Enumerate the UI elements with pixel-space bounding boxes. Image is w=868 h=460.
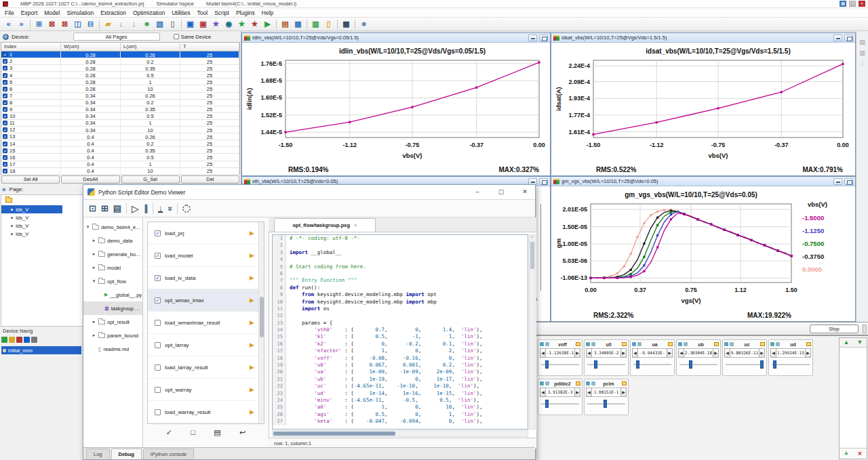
task-load_warray_result[interactable]: load_warray_result▶	[148, 401, 264, 423]
idlin-window-titlebar[interactable]: idlin_vbs(W/L=10/10,T=25@Vds/Vgs=0.05/1.…	[242, 33, 550, 43]
dialog-maximize-button[interactable]: ▢	[491, 185, 511, 200]
task-checkbox[interactable]: ✓	[155, 230, 161, 236]
code-line[interactable]: 4	[273, 256, 528, 263]
code-line[interactable]: 23 'ud' : ( 1e-14, 1e-16, 1e-15, 'lin'),	[273, 390, 528, 397]
param-value[interactable]: 3.34005E-2	[592, 348, 620, 358]
run-task-icon[interactable]: ▶	[250, 386, 254, 393]
task-checkbox[interactable]	[155, 320, 161, 326]
param-tool-icon[interactable]	[730, 342, 734, 346]
open-project-icon[interactable]: ▰	[102, 19, 114, 30]
menu-utilities[interactable]: Utilities	[168, 9, 193, 16]
notebook-icon[interactable]: ▤	[279, 19, 291, 30]
task-checkbox[interactable]	[155, 409, 161, 415]
param-value[interactable]: 9.80326E-11	[730, 348, 759, 358]
menu-tool[interactable]: Tool	[194, 9, 212, 16]
slider-thumb[interactable]	[594, 360, 597, 369]
slider-thumb[interactable]	[760, 360, 764, 369]
expand-arrow-icon[interactable]: ▾	[92, 278, 96, 284]
gm-vgs-vbs-chart[interactable]: gm_vgs_vbs(W/L=10/10,T=25@Vds=0.05)0.000…	[551, 186, 855, 322]
tree-item-model[interactable]: ▸model	[83, 261, 142, 274]
tuner-icon[interactable]: ★	[210, 19, 222, 30]
table-row[interactable]: ✓50.28125	[1, 79, 239, 85]
minimize-button[interactable]	[528, 178, 537, 185]
pages-folder-icon[interactable]	[5, 198, 12, 203]
row-checkbox-icon[interactable]: ✓	[3, 93, 7, 98]
code-line[interactable]: 2	[273, 242, 528, 249]
param-folder-icon[interactable]	[622, 342, 627, 346]
row-checkbox-icon[interactable]: ✓	[3, 148, 7, 153]
table-row[interactable]: ✓20.280.225	[1, 58, 239, 65]
task-opt_larray[interactable]: opt_larray▶	[148, 334, 264, 356]
row-checkbox-icon[interactable]: ✓	[3, 134, 7, 139]
menu-simulation[interactable]: Simulation	[63, 9, 97, 16]
script-settings-icon[interactable]: ⊞	[101, 203, 108, 214]
column-header-t[interactable]: T	[180, 43, 239, 51]
code-line[interactable]: 12	[273, 312, 528, 319]
back-icon[interactable]: «	[3, 19, 14, 30]
table-row[interactable]: ✓120.341025	[1, 127, 239, 133]
code-editor[interactable]: 1# -*- coding: utf-8 -*-2 3import __glob…	[269, 232, 536, 438]
check-task-icon[interactable]: ▣	[184, 19, 196, 30]
app-close-icon[interactable]: ×	[859, 1, 865, 7]
tree-item-demo-data[interactable]: ▸demo_data	[83, 234, 142, 247]
expand-arrow-icon[interactable]: ▸	[92, 251, 96, 257]
code-line[interactable]: 10 from keysight.device_modeling.mbp imp…	[273, 299, 528, 306]
param-value[interactable]: 1.00151E-1	[592, 388, 620, 397]
table-row[interactable]: ✓170.4125	[1, 161, 239, 168]
open-script-icon[interactable]: ⊡	[89, 203, 96, 214]
task-checkbox[interactable]	[155, 364, 161, 371]
param-tool-icon[interactable]	[586, 342, 590, 346]
row-checkbox-icon[interactable]: ✓	[3, 52, 7, 57]
param-tool-icon[interactable]	[540, 381, 544, 385]
app-restore-icon[interactable]: ▢	[849, 1, 856, 7]
log-icon[interactable]: ▤	[214, 428, 220, 437]
param-folder-icon[interactable]	[806, 342, 811, 346]
row-checkbox-icon[interactable]: ✓	[3, 73, 7, 78]
export-data-icon[interactable]: ↓	[128, 19, 140, 30]
unpin-icon[interactable]: ★	[249, 19, 260, 30]
code-line[interactable]: 19 'u0' : ( 0.067, 0.001, 0.2, 'lin'),	[273, 362, 528, 369]
row-checkbox-icon[interactable]: ✓	[3, 155, 7, 160]
import-data-icon[interactable]: ↓	[115, 19, 127, 30]
param-slider[interactable]	[587, 360, 625, 369]
pause-icon[interactable]: ∥	[144, 203, 149, 214]
settings-gear-icon[interactable]	[182, 205, 191, 213]
table-row[interactable]: ✓90.340.3525	[1, 106, 239, 113]
bottom-tab-debug[interactable]: Debug	[111, 448, 142, 459]
table-row[interactable]: ✓10.280.2625	[1, 51, 239, 58]
code-line[interactable]: 14 'vth0' : ( 0.7, 0, 1.4, 'lin'),	[273, 327, 528, 333]
probe-icon[interactable]: ◉	[223, 19, 235, 30]
task-list-scrollbar[interactable]	[258, 222, 264, 423]
run-task-icon[interactable]: ▶	[250, 319, 254, 326]
task-load_prj[interactable]: ✓load_prj▶	[148, 222, 264, 245]
maximize-button[interactable]	[539, 35, 548, 41]
close-all-windows-icon[interactable]: ⊠	[59, 19, 71, 30]
collapsed-side-panel[interactable]: ▤▥∶	[856, 31, 868, 322]
new-task-icon[interactable]: ▤	[113, 203, 121, 214]
code-line[interactable]: 5# Start coding from here.	[273, 264, 528, 270]
run-task-icon[interactable]: ▶	[250, 409, 254, 415]
table-row[interactable]: ✓100.340.525	[1, 113, 239, 120]
param-folder-icon[interactable]	[622, 381, 627, 385]
param-slider[interactable]	[541, 399, 579, 409]
code-line[interactable]: 1# -*- coding: utf-8 -*-	[273, 235, 528, 242]
code-line[interactable]: 26 'ags' : ( 0.5, 0, 1, 'lin'),	[273, 411, 528, 418]
code-line[interactable]: 8def run():	[273, 285, 528, 291]
minimize-button[interactable]	[528, 35, 537, 41]
param-tool-icon[interactable]	[637, 342, 642, 346]
column-header-wum[interactable]: W(um)	[61, 43, 121, 51]
row-checkbox-icon[interactable]: ✓	[3, 66, 7, 70]
menu-file[interactable]: File	[1, 9, 18, 16]
menu-script[interactable]: Script	[211, 9, 233, 16]
param-slider[interactable]	[633, 360, 671, 369]
move-up-icon[interactable]: ▲	[840, 338, 853, 347]
close-window-icon[interactable]: ⊠	[46, 19, 58, 30]
param-folder-icon[interactable]	[714, 342, 719, 346]
param-value[interactable]: 2.30304E-18	[684, 348, 713, 358]
param-tool-icon[interactable]	[545, 342, 549, 346]
task-checkbox[interactable]	[155, 342, 161, 348]
row-checkbox-icon[interactable]: ✓	[3, 87, 7, 91]
increment-button[interactable]: ▶	[574, 348, 580, 358]
param-slider[interactable]	[772, 360, 810, 369]
increment-button[interactable]: ▶	[620, 348, 627, 358]
